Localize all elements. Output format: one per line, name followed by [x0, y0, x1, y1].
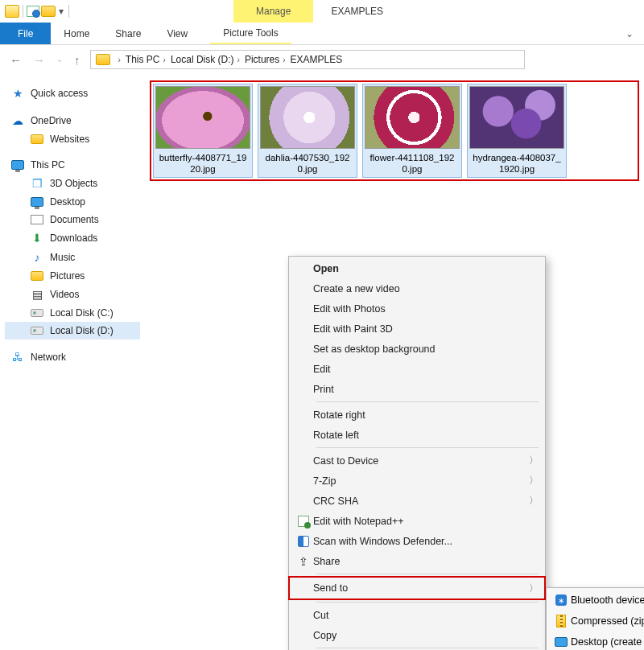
menu-separator — [316, 447, 539, 448]
file-name: dahlia-4407530_1920.jpg — [260, 152, 355, 175]
nav-network[interactable]: 🖧 Network — [5, 348, 140, 367]
menu-label: Share — [313, 556, 539, 567]
up-button[interactable]: ↑ — [74, 54, 80, 66]
menu-item-crc-sha[interactable]: CRC SHA〉 — [289, 491, 545, 511]
nav-item-documents[interactable]: Documents — [5, 211, 140, 228]
menu-item-create-a-new-video[interactable]: Create a new video — [289, 278, 545, 298]
nav-buttons: ← → ⌄ ↑ — [5, 54, 85, 66]
nav-item-music[interactable]: ♪Music — [5, 248, 140, 267]
menu-item-open[interactable]: Open — [289, 258, 545, 278]
sendto-item-compressed-zipped-folder[interactable]: Compressed (zipped) folder — [547, 611, 644, 631]
nav-this-pc[interactable]: This PC — [5, 156, 140, 174]
download-icon: ⬇ — [31, 232, 43, 245]
nav-onedrive-websites[interactable]: Websites — [5, 130, 140, 148]
menu-item-set-as-desktop-background[interactable]: Set as desktop background — [289, 339, 545, 359]
breadcrumb[interactable]: Pictures› — [245, 54, 286, 65]
contextual-tab-group: Manage — [233, 0, 313, 23]
file-thumbnail[interactable]: dahlia-4407530_1920.jpg — [258, 84, 357, 178]
cloud-icon: ☁ — [11, 114, 24, 127]
menu-label: Copy — [313, 630, 539, 641]
menu-item-share[interactable]: ⇪Share — [289, 551, 545, 571]
menu-separator — [316, 574, 539, 574]
title-bar: ▾ Manage EXAMPLES — [0, 0, 644, 23]
menu-item-cast-to-device[interactable]: Cast to Device〉 — [289, 450, 545, 471]
file-name: hydrangea-4408037_1920.jpg — [469, 152, 564, 175]
menu-label: Send to — [313, 582, 529, 594]
nav-item-local-disk-c-[interactable]: Local Disk (C:) — [5, 304, 140, 322]
menu-item-edit-with-paint-3d[interactable]: Edit with Paint 3D — [289, 319, 545, 339]
context-menu: OpenCreate a new videoEdit with PhotosEd… — [288, 256, 546, 650]
menu-label: Rotate left — [313, 430, 539, 441]
share-tab[interactable]: Share — [102, 23, 154, 44]
breadcrumb[interactable]: This PC› — [126, 54, 166, 65]
forward-button[interactable]: → — [33, 54, 45, 66]
breadcrumb[interactable]: EXAMPLES — [291, 54, 343, 65]
properties-icon[interactable] — [27, 6, 39, 17]
star-icon: ★ — [11, 87, 24, 100]
menu-item-copy[interactable]: Copy — [289, 625, 545, 645]
menu-label: Bluetooth device — [571, 594, 644, 606]
nav-item-downloads[interactable]: ⬇Downloads — [5, 228, 140, 248]
recent-locations-icon[interactable]: ⌄ — [56, 56, 63, 64]
file-name: flower-4411108_1920.jpg — [365, 152, 460, 175]
nav-item-desktop[interactable]: Desktop — [5, 193, 140, 211]
home-tab[interactable]: Home — [51, 23, 102, 44]
nav-item-local-disk-d-[interactable]: Local Disk (D:) — [5, 322, 140, 339]
menu-item-7-zip[interactable]: 7-Zip〉 — [289, 471, 545, 491]
nav-quick-access[interactable]: ★ Quick access — [5, 84, 140, 103]
desktop-icon — [555, 637, 568, 647]
file-thumbnail[interactable]: flower-4411108_1920.jpg — [362, 84, 462, 178]
file-tab[interactable]: File — [0, 23, 51, 44]
menu-label: Print — [313, 384, 539, 395]
nav-label: Pictures — [50, 270, 85, 282]
nav-label: This PC — [31, 159, 65, 171]
nav-label: Quick access — [31, 88, 88, 99]
file-thumbnail[interactable]: hydrangea-4408037_1920.jpg — [467, 84, 567, 178]
chevron-right-icon: 〉 — [529, 454, 539, 467]
address-bar[interactable]: › This PC› Local Disk (D:)› Pictures› EX… — [90, 50, 525, 69]
menu-label: Edit with Photos — [313, 303, 539, 315]
view-tab[interactable]: View — [154, 23, 200, 44]
share-icon: ⇪ — [297, 555, 310, 568]
file-thumbnail[interactable]: butterfly-4408771_1920.jpg — [153, 84, 253, 178]
back-button[interactable]: ← — [10, 54, 22, 66]
menu-item-print[interactable]: Print — [289, 379, 545, 399]
collapse-ribbon-icon[interactable]: ⌄ — [615, 23, 644, 44]
menu-item-rotate-left[interactable]: Rotate left — [289, 425, 545, 445]
menu-separator — [316, 602, 539, 603]
nav-item-videos[interactable]: ▤Videos — [5, 285, 140, 304]
menu-item-edit[interactable]: Edit — [289, 359, 545, 379]
network-icon: 🖧 — [11, 351, 24, 364]
nav-item-3d-objects[interactable]: ❒3D Objects — [5, 174, 140, 193]
menu-item-edit-with-notepad-[interactable]: Edit with Notepad++ — [289, 511, 545, 531]
nav-label: Websites — [50, 134, 89, 145]
menu-label: Desktop (create shortcut) — [571, 636, 644, 648]
menu-label: Cast to Device — [313, 455, 529, 467]
picture-tools-tab[interactable]: Picture Tools — [210, 23, 291, 44]
ribbon: File Home Share View Picture Tools ⌄ — [0, 23, 644, 45]
nav-item-pictures[interactable]: Pictures — [5, 267, 140, 285]
nav-label: Videos — [50, 289, 79, 300]
sendto-item-bluetooth-device[interactable]: ∗Bluetooth device — [547, 590, 644, 611]
body: ★ Quick access ☁ OneDrive Websites This … — [0, 74, 644, 650]
qat-separator — [68, 5, 69, 18]
zip-icon — [556, 615, 566, 627]
menu-label: CRC SHA — [313, 496, 529, 507]
menu-label: 7-Zip — [313, 475, 529, 487]
menu-item-send-to[interactable]: Send to〉 — [289, 577, 545, 599]
breadcrumb[interactable]: Local Disk (D:)› — [171, 54, 240, 65]
menu-item-scan-with-windows-defender-[interactable]: Scan with Windows Defender... — [289, 531, 545, 551]
shield-icon — [298, 536, 309, 547]
new-folder-icon[interactable] — [41, 6, 56, 17]
menu-label: Open — [313, 263, 539, 274]
nav-onedrive[interactable]: ☁ OneDrive — [5, 111, 140, 130]
menu-item-rotate-right[interactable]: Rotate right — [289, 405, 545, 425]
menu-label: Create a new video — [313, 283, 539, 294]
sendto-item-desktop-create-shortcut-[interactable]: Desktop (create shortcut) — [547, 631, 644, 650]
qat-customize-icon[interactable]: ▾ — [57, 5, 65, 18]
menu-item-cut[interactable]: Cut — [289, 605, 545, 625]
menu-item-edit-with-photos[interactable]: Edit with Photos — [289, 298, 545, 319]
sendto-submenu: ∗Bluetooth deviceCompressed (zipped) fol… — [546, 587, 644, 650]
nav-label: Local Disk (D:) — [50, 325, 114, 336]
folder-icon[interactable] — [5, 5, 19, 18]
